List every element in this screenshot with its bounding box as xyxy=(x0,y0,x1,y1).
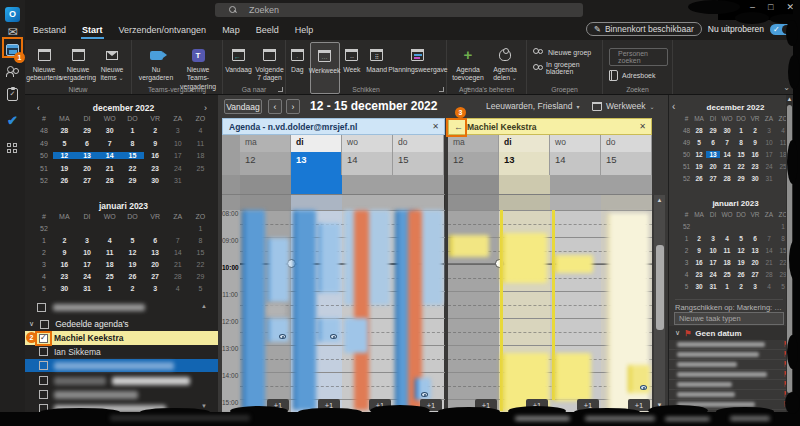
mini-calendar-day[interactable] xyxy=(53,225,76,232)
mini-calendar-day[interactable]: 14 xyxy=(98,152,121,159)
mini-calendar-day[interactable]: 26 xyxy=(692,175,706,182)
ribbon-tab-bestand[interactable]: Bestand xyxy=(25,22,74,39)
task-item-redacted[interactable]: ⚑ xyxy=(669,380,794,390)
mini-calendar-day[interactable]: 29 xyxy=(706,127,720,134)
all-day-cell[interactable] xyxy=(448,175,499,194)
task-item-redacted[interactable]: ⚑ xyxy=(669,350,794,360)
mini-calendar-day[interactable]: 15 xyxy=(121,152,144,159)
people-icon[interactable] xyxy=(0,62,25,82)
new-task-input[interactable]: Nieuwe taak typen xyxy=(674,312,784,325)
mini-calendar-day[interactable]: 22 xyxy=(734,163,748,170)
mini-calendar-day[interactable]: 27 xyxy=(706,175,720,182)
mini-calendar-day[interactable]: 1 xyxy=(720,283,734,290)
mini-calendar-day[interactable]: 19 xyxy=(53,165,76,172)
mini-calendar-day[interactable]: 26 xyxy=(121,273,144,280)
task-item-redacted[interactable]: ⚑ xyxy=(669,360,794,370)
dialog-launcher-icon[interactable] xyxy=(278,87,283,92)
mini-calendar-day[interactable]: 28 xyxy=(762,271,776,278)
event-block-redacted[interactable] xyxy=(553,255,593,273)
mini-calendar-day[interactable]: 19 xyxy=(121,261,144,268)
mini-calendar-day[interactable]: 13 xyxy=(76,152,99,159)
mini-calendar-day[interactable] xyxy=(748,223,762,230)
mini-calendar-day[interactable]: 29 xyxy=(76,127,99,134)
ribbon-tab-map[interactable]: Map xyxy=(214,22,248,39)
all-day-cell[interactable] xyxy=(550,175,601,194)
mini-calendar-day[interactable]: 4 xyxy=(762,283,776,290)
redacted-calendar-item[interactable] xyxy=(25,374,218,387)
scrollbar-thumb[interactable] xyxy=(656,245,664,330)
mini-calendar-day[interactable] xyxy=(76,225,99,232)
prev-month-icon[interactable]: ‹ xyxy=(37,103,40,113)
mini-calendar-day[interactable]: 17 xyxy=(706,259,720,266)
ribbon-tab-help[interactable]: Help xyxy=(287,22,322,39)
event-block-redacted[interactable] xyxy=(267,304,286,317)
task-item-redacted[interactable]: ⚑ xyxy=(669,340,794,350)
close-pane-icon[interactable]: ✕ xyxy=(432,122,439,131)
mini-calendar-day[interactable]: 7 xyxy=(98,140,121,147)
mini-calendar-day[interactable]: 9 xyxy=(692,247,706,254)
task-group-header[interactable]: ∨⚑Geen datum xyxy=(669,326,794,340)
mini-calendar-day[interactable]: 30 xyxy=(53,285,76,292)
mini-calendar-day[interactable]: 29 xyxy=(189,273,212,280)
mini-calendar-day[interactable]: 31 xyxy=(762,175,776,182)
event-block-redacted[interactable] xyxy=(553,353,591,401)
mini-calendar-day[interactable]: 4 xyxy=(189,127,212,134)
mini-calendar-day[interactable]: 31 xyxy=(166,177,189,184)
mini-calendar-day[interactable]: 2 xyxy=(692,235,706,242)
mini-calendar-day[interactable]: 20 xyxy=(144,261,167,268)
mini-calendar-day[interactable]: 3 xyxy=(144,285,167,292)
mini-calendar-day[interactable]: 21 xyxy=(762,259,776,266)
mini-calendar-day[interactable]: 28 xyxy=(692,127,706,134)
event-block-redacted[interactable] xyxy=(293,210,316,410)
mini-calendar-day[interactable] xyxy=(189,177,212,184)
mini-calendar-day[interactable]: 14 xyxy=(720,151,734,158)
mini-calendar-day[interactable] xyxy=(166,225,189,232)
mini-calendar-day[interactable] xyxy=(121,225,144,232)
mini-calendar-day[interactable]: 21 xyxy=(166,261,189,268)
arrange-by-label[interactable]: Rangschikken op: Markering: vervaldat… xyxy=(675,299,783,312)
mini-calendar-day[interactable]: 18 xyxy=(189,152,212,159)
mini-calendar-day[interactable]: 19 xyxy=(692,163,706,170)
event-block-redacted[interactable] xyxy=(267,318,289,342)
mini-calendar-day[interactable] xyxy=(762,223,776,230)
mini-calendar-day[interactable]: 22 xyxy=(189,261,212,268)
mini-calendar-day[interactable]: 5 xyxy=(692,139,706,146)
mini-calendar-day[interactable]: 12 xyxy=(692,151,706,158)
event-block-redacted[interactable] xyxy=(354,210,369,410)
mini-calendar-day[interactable]: 3 xyxy=(762,127,776,134)
mini-calendar-day[interactable]: 6 xyxy=(76,140,99,147)
mini-calendar-day[interactable]: 25 xyxy=(720,271,734,278)
checkbox[interactable] xyxy=(39,361,48,370)
mini-calendar-day[interactable]: 4 xyxy=(98,237,121,244)
button-in-groepen-bladeren[interactable]: In groepen bladeren xyxy=(533,61,598,75)
event-block-redacted[interactable] xyxy=(344,318,368,353)
scroll-up-icon[interactable]: ▲ xyxy=(786,96,793,102)
redacted-calendar-item[interactable] xyxy=(25,301,218,313)
checkbox[interactable] xyxy=(39,376,48,385)
mini-calendar-day[interactable]: 6 xyxy=(748,235,762,242)
mini-calendar-day[interactable]: 12 xyxy=(53,152,76,159)
event-block-redacted[interactable] xyxy=(318,223,340,293)
mini-calendar-day[interactable]: 13 xyxy=(706,151,720,158)
minimize-button[interactable]: – xyxy=(750,2,755,12)
apps-icon[interactable] xyxy=(0,138,25,158)
mini-calendar-day[interactable]: 23 xyxy=(144,165,167,172)
mini-calendar-day[interactable]: 16 xyxy=(748,151,762,158)
mini-calendar-day[interactable]: 11 xyxy=(98,249,121,256)
task-item-redacted[interactable]: ⚑ xyxy=(669,390,794,400)
mini-calendar-day[interactable] xyxy=(734,223,748,230)
mini-calendar-day[interactable]: 24 xyxy=(76,273,99,280)
view-selector-dropdown[interactable]: Werkweek⌄ xyxy=(592,101,655,111)
next-month-icon[interactable]: › xyxy=(204,103,207,113)
scroll-up-icon[interactable]: ▲ xyxy=(201,303,207,309)
mini-calendar-day[interactable]: 31 xyxy=(706,283,720,290)
mini-calendar-day[interactable]: 20 xyxy=(748,259,762,266)
mini-calendar-day[interactable]: 5 xyxy=(734,235,748,242)
mini-calendar-day[interactable]: 3 xyxy=(76,237,99,244)
mini-calendar-day[interactable]: 10 xyxy=(166,140,189,147)
mini-calendar-day[interactable]: 17 xyxy=(166,152,189,159)
mini-calendar-day[interactable]: 7 xyxy=(720,139,734,146)
shared-calendar-item-ian[interactable]: Ian Sikkema xyxy=(25,345,218,358)
all-day-cell[interactable] xyxy=(240,175,291,194)
mini-calendar-day[interactable]: 21 xyxy=(98,165,121,172)
